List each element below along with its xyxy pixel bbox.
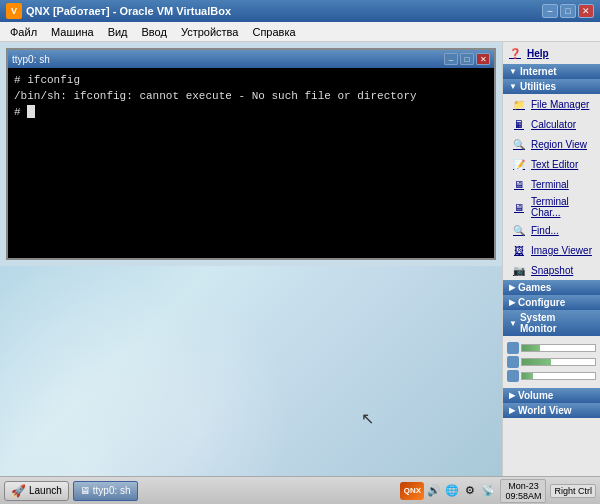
left-area: ttyp0: sh – □ ✕ # ifconfig /bin/sh: ifco… bbox=[0, 42, 502, 476]
image-viewer-icon: 🖼 bbox=[511, 242, 527, 258]
sidebar-item-image-viewer[interactable]: 🖼 Image Viewer bbox=[503, 240, 600, 260]
right-ctrl-label: Right Ctrl bbox=[550, 484, 596, 498]
launch-icon: 🚀 bbox=[11, 484, 26, 498]
world-view-label: World View bbox=[518, 405, 572, 416]
monitor-bar-container-3 bbox=[521, 372, 596, 380]
menu-devices[interactable]: Устройства bbox=[175, 24, 245, 40]
volume-arrow-icon: ▶ bbox=[509, 391, 515, 400]
utilities-arrow-icon: ▼ bbox=[509, 82, 517, 91]
taskbar-right: QNX 🔊 🌐 ⚙ 📡 Mon-23 09:58AM Right Ctrl bbox=[400, 479, 596, 503]
sidebar-help[interactable]: ❓ Help bbox=[503, 42, 600, 64]
terminal-line-2: /bin/sh: ifconfig: cannot execute - No s… bbox=[14, 88, 488, 104]
internet-arrow-icon: ▼ bbox=[509, 67, 517, 76]
maximize-button[interactable]: □ bbox=[560, 4, 576, 18]
menu-file[interactable]: Файл bbox=[4, 24, 43, 40]
sidebar-section-games[interactable]: ▶ Games bbox=[503, 280, 600, 295]
desktop-area[interactable]: ↖ bbox=[0, 266, 502, 476]
sidebar-item-terminal-char[interactable]: 🖥 Terminal Char... bbox=[503, 194, 600, 220]
launch-button[interactable]: 🚀 Launch bbox=[4, 481, 69, 501]
terminal-icon: 🖥 bbox=[511, 176, 527, 192]
sidebar-section-internet[interactable]: ▼ Internet bbox=[503, 64, 600, 79]
launch-label: Launch bbox=[29, 485, 62, 496]
monitor-bar-container-2 bbox=[521, 358, 596, 366]
utilities-section-label: Utilities bbox=[520, 81, 556, 92]
menu-machine[interactable]: Машина bbox=[45, 24, 100, 40]
monitor-bar-row-2 bbox=[507, 356, 596, 368]
calculator-icon: 🖩 bbox=[511, 116, 527, 132]
sidebar-item-snapshot[interactable]: 📷 Snapshot bbox=[503, 260, 600, 280]
help-icon: ❓ bbox=[507, 45, 523, 61]
tray-icon-4[interactable]: 📡 bbox=[480, 483, 496, 499]
sidebar-section-system-monitor[interactable]: ▼ System Monitor bbox=[503, 310, 600, 336]
terminal-line-3: # bbox=[14, 104, 488, 120]
monitor-bar-row-3 bbox=[507, 370, 596, 382]
qnx-logo-icon: QNX bbox=[400, 482, 424, 500]
window-title: QNX [Работает] - Oracle VM VirtualBox bbox=[26, 5, 231, 17]
menu-help[interactable]: Справка bbox=[246, 24, 301, 40]
tray-icon-3[interactable]: ⚙ bbox=[462, 483, 478, 499]
terminal-controls: – □ ✕ bbox=[444, 53, 490, 65]
minimize-button[interactable]: – bbox=[542, 4, 558, 18]
terminal-minimize-button[interactable]: – bbox=[444, 53, 458, 65]
menu-input[interactable]: Ввод bbox=[136, 24, 173, 40]
terminal-close-button[interactable]: ✕ bbox=[476, 53, 490, 65]
terminal-body[interactable]: # ifconfig /bin/sh: ifconfig: cannot exe… bbox=[8, 68, 494, 258]
tray-icon-2[interactable]: 🌐 bbox=[444, 483, 460, 499]
terminal-title-bar: ttyp0: sh – □ ✕ bbox=[8, 50, 494, 68]
sidebar-item-terminal[interactable]: 🖥 Terminal bbox=[503, 174, 600, 194]
region-view-icon: 🔍 bbox=[511, 136, 527, 152]
right-sidebar: ❓ Help ▼ Internet ▼ Utilities 📁 File Man… bbox=[502, 42, 600, 476]
text-editor-icon: 📝 bbox=[511, 156, 527, 172]
monitor-bar-icon-3 bbox=[507, 370, 519, 382]
title-bar-controls: – □ ✕ bbox=[542, 4, 594, 18]
sidebar-section-world-view[interactable]: ▶ World View bbox=[503, 403, 600, 418]
desktop-background bbox=[0, 266, 502, 476]
main-layout: ttyp0: sh – □ ✕ # ifconfig /bin/sh: ifco… bbox=[0, 42, 600, 476]
world-view-arrow-icon: ▶ bbox=[509, 406, 515, 415]
volume-label: Volume bbox=[518, 390, 553, 401]
sidebar-item-file-manager[interactable]: 📁 File Manager bbox=[503, 94, 600, 114]
monitor-bar-icon-2 bbox=[507, 356, 519, 368]
menu-bar: Файл Машина Вид Ввод Устройства Справка bbox=[0, 22, 600, 42]
sidebar-item-text-editor[interactable]: 📝 Text Editor bbox=[503, 154, 600, 174]
monitor-bar-fill-1 bbox=[522, 345, 540, 351]
monitor-bar-fill-2 bbox=[522, 359, 551, 365]
taskbar: 🚀 Launch 🖥 ttyp0: sh QNX 🔊 🌐 ⚙ 📡 Mon-23 … bbox=[0, 476, 600, 504]
sidebar-item-region-view[interactable]: 🔍 Region View bbox=[503, 134, 600, 154]
virtualbox-icon: V bbox=[6, 3, 22, 19]
internet-section-label: Internet bbox=[520, 66, 557, 77]
monitor-bar-fill-3 bbox=[522, 373, 533, 379]
terminal-char-icon: 🖥 bbox=[511, 199, 527, 215]
terminal-maximize-button[interactable]: □ bbox=[460, 53, 474, 65]
terminal-window-icon: 🖥 bbox=[80, 485, 90, 496]
title-bar: V QNX [Работает] - Oracle VM VirtualBox … bbox=[0, 0, 600, 22]
sidebar-section-configure[interactable]: ▶ Configure bbox=[503, 295, 600, 310]
sidebar-item-find[interactable]: 🔍 Find... bbox=[503, 220, 600, 240]
configure-arrow-icon: ▶ bbox=[509, 298, 515, 307]
terminal-window: ttyp0: sh – □ ✕ # ifconfig /bin/sh: ifco… bbox=[6, 48, 496, 260]
sidebar-section-utilities[interactable]: ▼ Utilities bbox=[503, 79, 600, 94]
snapshot-icon: 📷 bbox=[511, 262, 527, 278]
tray-icons: QNX 🔊 🌐 ⚙ 📡 bbox=[400, 482, 496, 500]
system-monitor-label: System Monitor bbox=[520, 312, 594, 334]
sidebar-section-volume[interactable]: ▶ Volume bbox=[503, 388, 600, 403]
system-monitor-arrow-icon: ▼ bbox=[509, 319, 517, 328]
taskbar-left: 🚀 Launch 🖥 ttyp0: sh bbox=[4, 481, 138, 501]
monitor-bar-row-1 bbox=[507, 342, 596, 354]
terminal-line-1: # ifconfig bbox=[14, 72, 488, 88]
sidebar-item-calculator[interactable]: 🖩 Calculator bbox=[503, 114, 600, 134]
file-manager-icon: 📁 bbox=[511, 96, 527, 112]
menu-view[interactable]: Вид bbox=[102, 24, 134, 40]
close-button[interactable]: ✕ bbox=[578, 4, 594, 18]
title-bar-left: V QNX [Работает] - Oracle VM VirtualBox bbox=[6, 3, 231, 19]
monitor-bar-container-1 bbox=[521, 344, 596, 352]
clock-area: Mon-23 09:58AM bbox=[500, 479, 546, 503]
games-arrow-icon: ▶ bbox=[509, 283, 515, 292]
system-monitor-panel bbox=[503, 336, 600, 388]
terminal-window-label: ttyp0: sh bbox=[93, 485, 131, 496]
tray-icon-1[interactable]: 🔊 bbox=[426, 483, 442, 499]
terminal-cursor bbox=[27, 105, 35, 118]
monitor-bar-icon-1 bbox=[507, 342, 519, 354]
taskbar-terminal-window[interactable]: 🖥 ttyp0: sh bbox=[73, 481, 138, 501]
games-section-label: Games bbox=[518, 282, 551, 293]
